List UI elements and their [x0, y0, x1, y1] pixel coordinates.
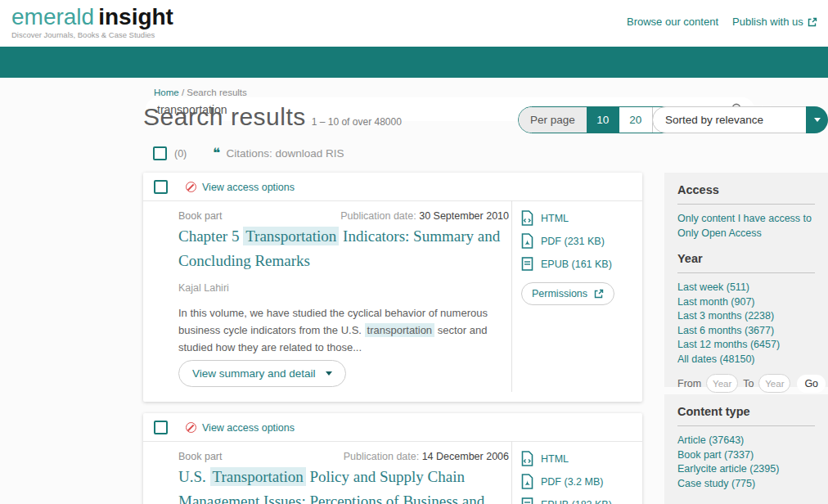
- result-checkbox[interactable]: [154, 421, 168, 434]
- permissions-button[interactable]: Permissions: [521, 282, 614, 305]
- filter-article[interactable]: Article (37643): [677, 434, 815, 448]
- year-to-input[interactable]: [758, 374, 790, 393]
- file-links-column: HTML PDF (3.2 MB) EPUB (182 KB): [521, 451, 612, 504]
- breadcrumb: Home / Search results: [154, 88, 247, 97]
- selected-count: (0): [174, 148, 187, 160]
- divider: [677, 425, 815, 426]
- filter-only-content-access[interactable]: Only content I have access to: [677, 212, 815, 227]
- html-file-icon: [521, 210, 533, 226]
- external-link-icon: [808, 17, 817, 27]
- filter-last-12-months[interactable]: Last 12 months (6457): [677, 338, 815, 353]
- html-link[interactable]: HTML: [521, 210, 614, 226]
- pdf-file-icon: [521, 474, 533, 489]
- from-label: From: [677, 378, 701, 389]
- card-select-row: View access options: [154, 421, 295, 434]
- nav-publish-with-us[interactable]: Publish with us: [732, 16, 817, 28]
- pdf-link[interactable]: PDF (3.2 MB): [521, 474, 612, 489]
- pdf-link[interactable]: PDF (231 KB): [521, 233, 614, 249]
- view-access-options-link[interactable]: View access options: [202, 182, 295, 193]
- year-range-form: From To Go: [677, 374, 815, 393]
- results-header: Search results 1 – 10 of over 48000: [143, 103, 402, 131]
- view-summary-button[interactable]: View summary and detail: [178, 360, 346, 387]
- highlighted-term: transportation: [365, 323, 435, 337]
- divider: [677, 204, 815, 205]
- sort-dropdown[interactable]: Sorted by relevance: [652, 106, 828, 133]
- breadcrumb-home-link[interactable]: Home: [154, 88, 179, 97]
- result-title-link[interactable]: Chapter 5 Transportation Indicators: Sum…: [178, 224, 506, 274]
- emerald-insight-logo[interactable]: emeraldinsight Discover Journals, Books …: [11, 5, 173, 39]
- year-heading: Year: [677, 252, 815, 265]
- file-links-column: HTML PDF (231 KB) EPUB (161 KB) Permissi…: [521, 210, 614, 305]
- filter-last-3-months[interactable]: Last 3 months (2238): [677, 309, 815, 324]
- nav-browse-our-content[interactable]: Browse our content: [627, 16, 718, 28]
- top-nav: Browse our content Publish with us Regis…: [627, 16, 828, 28]
- no-access-icon: [186, 182, 196, 192]
- results-toolbar: (0) ❝ Citations: download RIS: [153, 146, 344, 160]
- logo-tagline: Discover Journals, Books & Case Studies: [11, 30, 173, 39]
- content-type-panel: Content type Article (37643) Book part (…: [664, 394, 828, 504]
- filter-only-open-access[interactable]: Only Open Access: [677, 227, 815, 241]
- select-all-checkbox[interactable]: [153, 146, 167, 160]
- chevron-down-icon: [814, 118, 821, 122]
- external-link-icon: [594, 289, 604, 299]
- go-button[interactable]: Go: [797, 375, 826, 393]
- filter-all-dates[interactable]: All dates (48150): [677, 353, 815, 367]
- breadcrumb-current: Search results: [187, 88, 247, 97]
- divider: [143, 441, 642, 442]
- highlighted-term: Transportation: [243, 227, 339, 245]
- filters-panel: Access Only content I have access to Onl…: [664, 173, 828, 387]
- per-page-option-20[interactable]: 20: [619, 107, 652, 133]
- to-label: To: [743, 378, 754, 389]
- search-bar: Advanced search: [0, 47, 828, 78]
- access-heading: Access: [677, 183, 815, 196]
- content-type-label: Book part: [178, 451, 223, 462]
- chevron-down-icon: [326, 371, 332, 376]
- header: emeraldinsight Discover Journals, Books …: [0, 0, 828, 47]
- result-card: View access options Book part Publicatio…: [143, 413, 642, 504]
- divider: [143, 200, 642, 201]
- divider: [511, 200, 512, 392]
- result-author: Kajal Lahiri: [178, 282, 229, 294]
- filter-last-6-months[interactable]: Last 6 months (3677): [677, 324, 815, 339]
- no-access-icon: [186, 422, 196, 433]
- result-card: View access options Book part Publicatio…: [143, 173, 642, 402]
- per-page-label: Per page: [519, 107, 587, 133]
- result-snippet: In this volume, we have studied the cycl…: [178, 305, 496, 356]
- content-type-heading: Content type: [677, 405, 815, 418]
- highlighted-term: Transportation: [210, 467, 306, 486]
- results-range: 1 – 10 of over 48000: [312, 116, 402, 128]
- pdf-file-icon: [521, 233, 533, 249]
- sort-selected-value: Sorted by relevance: [653, 114, 763, 126]
- epub-link[interactable]: EPUB (182 KB): [521, 497, 612, 504]
- content-type-label: Book part: [178, 210, 223, 222]
- card-select-row: View access options: [154, 180, 295, 194]
- year-from-input[interactable]: [706, 374, 738, 393]
- filter-case-study[interactable]: Case study (775): [677, 477, 815, 492]
- filter-last-week[interactable]: Last week (511): [677, 281, 815, 295]
- epub-file-icon: [521, 256, 533, 272]
- epub-link[interactable]: EPUB (161 KB): [521, 256, 614, 272]
- filter-last-month[interactable]: Last month (907): [677, 295, 815, 310]
- epub-file-icon: [521, 497, 533, 504]
- sort-caret-button[interactable]: [806, 106, 828, 133]
- publication-date: Publication date: 14 December 2006: [344, 451, 509, 462]
- divider: [677, 272, 815, 273]
- result-checkbox[interactable]: [154, 180, 168, 194]
- quote-icon: ❝: [213, 150, 220, 158]
- html-link[interactable]: HTML: [521, 451, 612, 466]
- result-title-link[interactable]: U.S. Transportation Policy and Supply Ch…: [178, 465, 522, 504]
- filter-book-part[interactable]: Book part (7337): [677, 448, 815, 463]
- filter-earlycite-article[interactable]: Earlycite article (2395): [677, 462, 815, 477]
- logo-emerald: emerald: [11, 4, 94, 29]
- citations-download-ris-link[interactable]: Citations: download RIS: [226, 147, 344, 160]
- view-access-options-link[interactable]: View access options: [202, 422, 295, 434]
- html-file-icon: [521, 451, 533, 466]
- page-title: Search results: [143, 103, 306, 131]
- publication-date: Publication date: 30 September 2010: [340, 210, 509, 222]
- logo-insight: insight: [98, 4, 173, 29]
- per-page-option-10[interactable]: 10: [587, 107, 619, 133]
